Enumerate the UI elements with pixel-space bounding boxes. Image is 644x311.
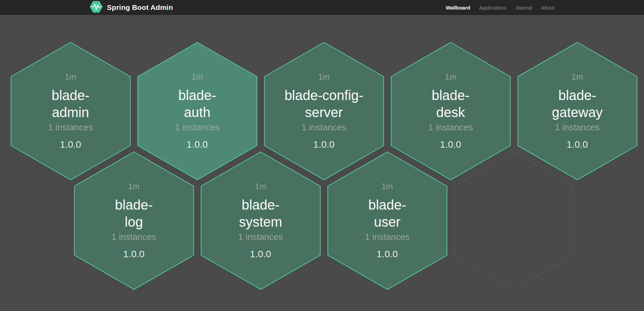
- application-hexagon-blade-user[interactable]: 1m blade- user 1 instances 1.0.0: [327, 151, 447, 290]
- hexagon-shape-icon: [454, 151, 574, 290]
- hexagon-shape-icon: [327, 151, 447, 290]
- nav-item-applications[interactable]: Applications: [479, 5, 507, 11]
- brand-link[interactable]: Spring Boot Admin: [90, 1, 173, 14]
- hexagon-shape-icon: [74, 151, 194, 290]
- spring-boot-admin-wallboard-page: Spring Boot Admin WallboardApplicationsJ…: [0, 0, 644, 311]
- header-container: Spring Boot Admin WallboardApplicationsJ…: [90, 0, 554, 15]
- application-hexagon-blade-log[interactable]: 1m blade- log 1 instances 1.0.0: [74, 151, 194, 290]
- header-nav: WallboardApplicationsJournalAbout: [446, 5, 554, 11]
- hexagon-shape-icon: [201, 151, 321, 290]
- spring-boot-admin-logo-icon: [90, 1, 103, 14]
- wallboard: 1m blade- admin 1 instances 1.0.0 1m bla…: [0, 15, 644, 311]
- nav-item-wallboard[interactable]: Wallboard: [446, 5, 470, 11]
- application-hexagon-blade-system[interactable]: 1m blade- system 1 instances 1.0.0: [201, 151, 321, 290]
- nav-item-journal[interactable]: Journal: [516, 5, 532, 11]
- brand-title: Spring Boot Admin: [107, 3, 173, 12]
- nav-item-about[interactable]: About: [541, 5, 554, 11]
- empty-hexagon-slot: [454, 151, 574, 290]
- app-header: Spring Boot Admin WallboardApplicationsJ…: [0, 0, 644, 15]
